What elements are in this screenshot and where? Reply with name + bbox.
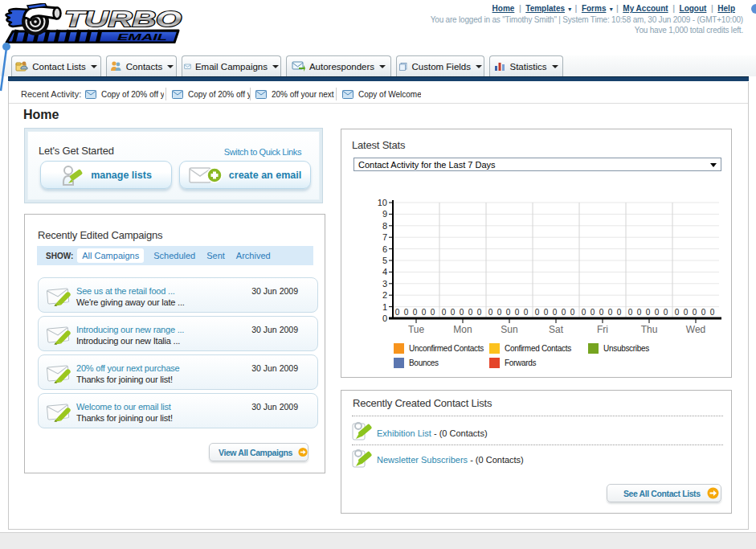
svg-text:0: 0	[422, 308, 427, 317]
svg-text:0: 0	[497, 308, 502, 317]
svg-text:Thu: Thu	[641, 324, 658, 335]
svg-text:0: 0	[382, 313, 387, 323]
svg-text:0: 0	[468, 308, 473, 317]
svg-text:0: 0	[535, 308, 540, 317]
svg-text:Mon: Mon	[453, 324, 472, 335]
svg-text:0: 0	[582, 308, 586, 317]
svg-text:0: 0	[608, 308, 613, 317]
svg-text:0: 0	[451, 308, 456, 317]
svg-text:Wed: Wed	[686, 324, 705, 335]
svg-text:0: 0	[413, 308, 418, 317]
svg-text:5: 5	[382, 256, 387, 265]
svg-text:10: 10	[378, 198, 387, 207]
svg-text:Fri: Fri	[597, 324, 608, 335]
svg-text:3: 3	[382, 279, 387, 289]
svg-text:0: 0	[562, 308, 566, 317]
svg-text:2: 2	[382, 290, 387, 300]
svg-text:0: 0	[628, 308, 633, 317]
svg-text:0: 0	[710, 308, 715, 317]
svg-text:0: 0	[675, 308, 680, 317]
svg-text:4: 4	[382, 267, 387, 277]
svg-text:Sun: Sun	[501, 324, 517, 335]
svg-text:0: 0	[646, 308, 651, 317]
svg-text:0: 0	[553, 308, 558, 317]
svg-text:0: 0	[701, 308, 706, 317]
svg-text:0: 0	[477, 308, 482, 317]
svg-text:0: 0	[442, 308, 447, 317]
svg-text:Sat: Sat	[549, 324, 564, 335]
svg-text:0: 0	[599, 308, 604, 317]
svg-text:0: 0	[637, 308, 642, 317]
svg-text:0: 0	[544, 308, 549, 317]
svg-text:6: 6	[382, 244, 387, 254]
svg-text:0: 0	[431, 308, 435, 317]
svg-text:0: 0	[693, 308, 697, 317]
svg-text:0: 0	[590, 308, 595, 317]
svg-text:0: 0	[460, 308, 464, 317]
svg-text:0: 0	[617, 308, 622, 317]
svg-text:7: 7	[382, 232, 387, 242]
svg-text:0: 0	[506, 308, 511, 317]
svg-text:0: 0	[684, 308, 689, 317]
svg-text:0: 0	[524, 308, 529, 317]
svg-text:9: 9	[382, 209, 387, 219]
svg-text:0: 0	[488, 308, 493, 317]
svg-text:0: 0	[515, 308, 520, 317]
svg-text:0: 0	[404, 308, 409, 317]
svg-text:TURBO: TURBO	[64, 6, 182, 31]
svg-text:0: 0	[664, 308, 668, 317]
svg-text:0: 0	[655, 308, 660, 317]
svg-text:EMAIL: EMAIL	[117, 32, 167, 42]
svg-text:0: 0	[395, 308, 400, 317]
svg-text:8: 8	[382, 221, 387, 231]
svg-text:0: 0	[570, 308, 575, 317]
svg-text:1: 1	[382, 302, 387, 312]
svg-text:Tue: Tue	[408, 324, 425, 335]
